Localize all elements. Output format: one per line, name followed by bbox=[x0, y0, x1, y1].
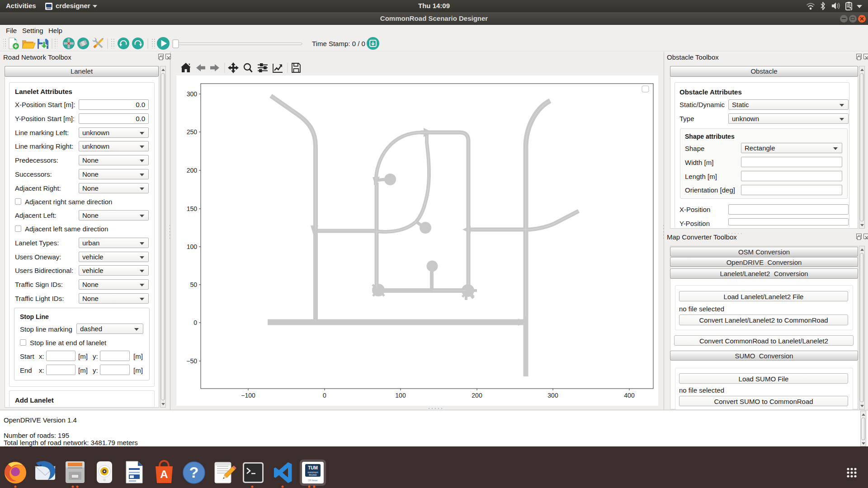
svg-text:50: 50 bbox=[190, 281, 197, 288]
svg-text:200: 200 bbox=[187, 167, 198, 174]
svg-text:TUM: TUM bbox=[308, 465, 318, 470]
svg-text:CR Viewer: CR Viewer bbox=[308, 479, 318, 482]
svg-text:300: 300 bbox=[547, 392, 558, 399]
svg-text:150: 150 bbox=[187, 205, 198, 212]
svg-text:200: 200 bbox=[472, 392, 482, 399]
svg-text:300: 300 bbox=[187, 90, 198, 98]
svg-text:250: 250 bbox=[187, 128, 198, 136]
svg-text:100: 100 bbox=[395, 392, 406, 399]
svg-text:?: ? bbox=[189, 464, 199, 481]
svg-text:ROAD: ROAD bbox=[309, 474, 317, 476]
svg-text:A: A bbox=[160, 468, 168, 480]
svg-text:0: 0 bbox=[323, 392, 326, 399]
svg-text:0: 0 bbox=[193, 319, 197, 326]
svg-text:400: 400 bbox=[624, 392, 635, 399]
svg-text:−100: −100 bbox=[241, 392, 255, 399]
svg-text:100: 100 bbox=[187, 243, 198, 250]
svg-text:−50: −50 bbox=[186, 357, 197, 365]
